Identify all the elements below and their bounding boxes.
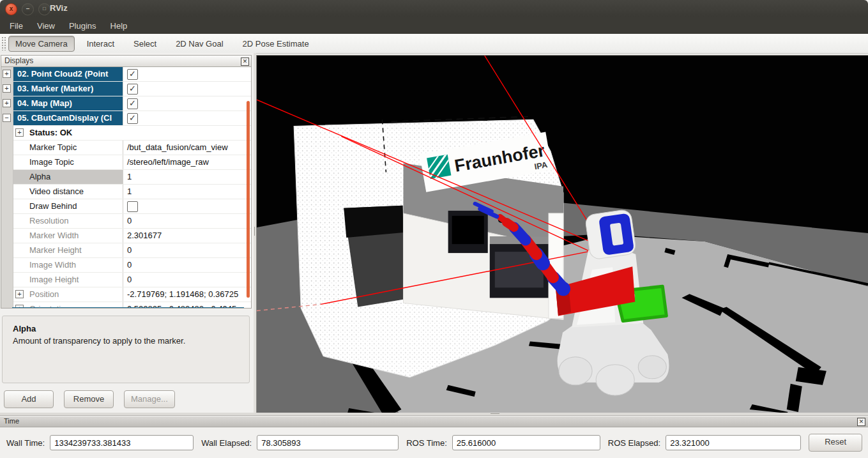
add-button[interactable]: Add — [4, 390, 54, 408]
3d-scene: Fraunhofer IPA — [257, 56, 868, 413]
property-name: Alpha — [29, 170, 50, 184]
menu-item-view[interactable]: View — [30, 19, 62, 33]
property-value[interactable]: -2.719769; 1.191468; 0.36725 — [123, 287, 251, 302]
time-panel-header[interactable]: Time ✕ — [0, 416, 868, 427]
property-name: Image Topic — [29, 155, 74, 169]
property-value[interactable]: 1 — [123, 185, 251, 199]
property-name: Marker Height — [29, 243, 82, 257]
status-row[interactable]: +Status: OK — [1, 126, 251, 141]
title-bar[interactable]: x – □ RViz — [0, 0, 868, 18]
time-field-label: Wall Time: — [6, 438, 45, 448]
property-row-marker-topic[interactable]: Marker Topic/but_data_fusion/cam_view — [1, 141, 251, 155]
time-panel-title: Time — [4, 417, 19, 425]
time-field-ros-time: ROS Time: — [406, 435, 600, 450]
tree-underline — [12, 307, 244, 309]
property-row-draw-behind[interactable]: Draw Behind — [1, 199, 251, 214]
status-label: Status: OK — [29, 126, 72, 140]
toolbar-drag-handle-icon[interactable] — [1, 36, 6, 50]
tool-2d-nav-goal[interactable]: 2D Nav Goal — [169, 36, 230, 52]
maximize-window-icon[interactable]: □ — [38, 3, 50, 15]
expander-icon[interactable]: + — [3, 70, 11, 78]
time-field-label: ROS Time: — [406, 438, 447, 448]
display-name: 04. Map (Map) — [13, 96, 123, 111]
menu-bar: FileViewPluginsHelp — [0, 17, 868, 34]
expander-icon[interactable]: + — [15, 290, 24, 298]
robot-head — [584, 209, 636, 260]
property-name: Resolution — [29, 214, 68, 228]
minimize-window-icon[interactable]: – — [22, 3, 34, 15]
property-row-marker-width[interactable]: Marker Width2.301677 — [1, 229, 251, 243]
property-value[interactable]: /stereo/left/image_raw — [123, 155, 251, 169]
manage-button[interactable]: Manage... — [124, 390, 175, 408]
help-text: Amount of transparency to apply to the m… — [13, 335, 239, 347]
displays-panel-header[interactable]: Displays ✕ — [1, 55, 252, 68]
property-row-image-height[interactable]: Image Height0 — [1, 273, 251, 287]
display-enabled-checkbox[interactable]: ✓ — [127, 84, 138, 95]
expander-icon[interactable]: − — [3, 114, 11, 122]
render-viewport[interactable]: Fraunhofer IPA — [256, 55, 868, 414]
property-help-box: Alpha Amount of transparency to apply to… — [2, 316, 250, 383]
display-enabled-cell: ✓ — [123, 96, 251, 111]
property-row-alpha[interactable]: Alpha1 — [1, 170, 251, 185]
display-row-05-cbutcamdisplay-cl[interactable]: −05. CButCamDisplay (Cl✓ — [1, 111, 251, 126]
tool-select[interactable]: Select — [126, 36, 164, 52]
display-enabled-cell: ✓ — [123, 82, 251, 96]
time-field-label: ROS Elapsed: — [608, 438, 660, 448]
property-name: Marker Topic — [29, 141, 77, 155]
time-field-input[interactable] — [666, 435, 801, 450]
property-row-position[interactable]: +Position-2.719769; 1.191468; 0.36725 — [1, 287, 251, 302]
property-name: Position — [29, 287, 59, 302]
display-row-04-map-map[interactable]: +04. Map (Map)✓ — [1, 96, 251, 111]
property-row-image-topic[interactable]: Image Topic/stereo/left/image_raw — [1, 155, 251, 170]
property-row-video-distance[interactable]: Video distance1 — [1, 185, 251, 199]
property-value[interactable]: 0 — [123, 243, 251, 257]
remove-button[interactable]: Remove — [64, 390, 114, 408]
display-row-02-point-cloud2-point[interactable]: +02. Point Cloud2 (Point✓ — [1, 67, 251, 82]
tool-interact[interactable]: Interact — [80, 36, 121, 52]
time-fields: Wall Time:Wall Elapsed:ROS Time:ROS Elap… — [6, 434, 864, 452]
property-value[interactable] — [123, 199, 251, 213]
property-value[interactable]: 0 — [123, 273, 251, 287]
close-window-icon[interactable]: x — [5, 3, 17, 15]
displays-tree: +02. Point Cloud2 (Point✓+03. Marker (Ma… — [1, 66, 252, 309]
tool-move-camera[interactable]: Move Camera — [8, 36, 75, 52]
displays-scrollbar[interactable] — [247, 101, 250, 298]
time-field-ros-elapsed: ROS Elapsed: — [608, 435, 801, 450]
property-name: Image Height — [29, 273, 79, 287]
displays-buttons: AddRemoveManage... — [4, 390, 175, 408]
property-value[interactable]: /but_data_fusion/cam_view — [123, 141, 251, 155]
menu-item-file[interactable]: File — [3, 19, 30, 33]
property-value[interactable]: 1 — [123, 170, 251, 184]
property-value[interactable]: 0 — [123, 258, 251, 272]
property-checkbox[interactable] — [127, 201, 138, 212]
displays-close-icon[interactable]: ✕ — [241, 57, 249, 66]
time-field-input[interactable] — [257, 435, 399, 450]
display-enabled-checkbox[interactable]: ✓ — [127, 98, 138, 109]
display-row-03-marker-marker[interactable]: +03. Marker (Marker)✓ — [1, 82, 251, 96]
property-name: Image Width — [29, 258, 76, 272]
reset-button[interactable]: Reset — [809, 434, 862, 452]
menu-item-help[interactable]: Help — [103, 19, 135, 33]
toolbar: Move CameraInteractSelect2D Nav Goal2D P… — [0, 34, 868, 54]
display-enabled-checkbox[interactable]: ✓ — [127, 113, 138, 124]
displays-panel: Displays ✕ +02. Point Cloud2 (Point✓+03.… — [0, 53, 254, 415]
time-field-input[interactable] — [452, 435, 600, 450]
property-row-image-width[interactable]: Image Width0 — [1, 258, 251, 273]
display-enabled-checkbox[interactable]: ✓ — [127, 69, 138, 80]
expander-icon[interactable]: + — [15, 305, 24, 309]
property-row-marker-height[interactable]: Marker Height0 — [1, 243, 251, 258]
tool-2d-pose-estimate[interactable]: 2D Pose Estimate — [236, 36, 316, 52]
menu-item-plugins[interactable]: Plugins — [62, 19, 103, 33]
time-field-wall-time: Wall Time: — [6, 435, 194, 450]
expander-icon[interactable]: + — [15, 128, 24, 137]
window-title: RViz — [50, 3, 68, 13]
time-field-input[interactable] — [50, 435, 194, 450]
property-row-resolution[interactable]: Resolution0 — [1, 214, 251, 229]
property-name: Video distance — [29, 185, 84, 199]
property-value[interactable]: 0 — [123, 214, 251, 228]
property-value[interactable]: 2.301677 — [123, 229, 251, 243]
expander-icon[interactable]: + — [3, 84, 11, 93]
time-close-icon[interactable]: ✕ — [857, 418, 865, 426]
display-name: 02. Point Cloud2 (Point — [13, 67, 123, 81]
expander-icon[interactable]: + — [3, 99, 11, 107]
